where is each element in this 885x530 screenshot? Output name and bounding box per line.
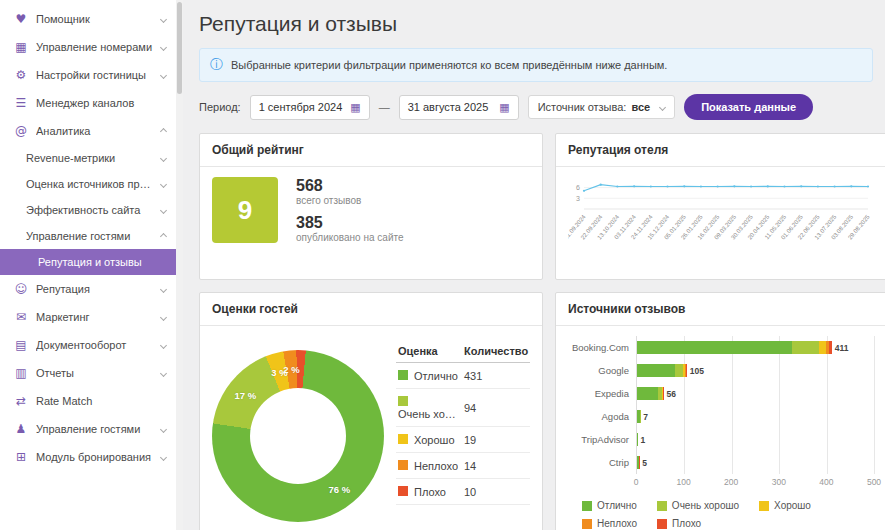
sidebar-item-label: Rate Match	[36, 395, 166, 407]
sidebar-item-label: Менеджер каналов	[36, 97, 166, 109]
sidebar-item-document-flow[interactable]: ▤Документооборот	[0, 331, 176, 359]
ratings-table: Оценка Количество Отлично431Очень хорошо…	[396, 340, 530, 530]
bar-segment	[819, 341, 826, 354]
rating-label: Неплохо	[414, 460, 458, 472]
bar-row: 7	[637, 405, 874, 428]
rating-label: Плохо	[414, 486, 446, 498]
rating-count: 431	[462, 363, 530, 389]
sidebar-item-label: Аналитика	[36, 125, 156, 137]
rating-swatch	[398, 434, 408, 444]
sidebar-item-channel-manager[interactable]: ☰Менеджер каналов	[0, 89, 176, 117]
chevron-down-icon	[160, 43, 167, 50]
sidebar-item-site-effectiveness[interactable]: Эффективность сайта	[0, 197, 176, 223]
date-from-value: 1 сентября 2024	[259, 101, 343, 113]
overall-stats: 568 всего отзывов 385 опубликовано на са…	[296, 177, 404, 243]
chat-icon: ☺	[12, 282, 30, 296]
ratings-donut-chart: 76 %17 %3 %2 %	[212, 350, 384, 522]
sidebar-item-reputation-reviews[interactable]: Репутация и отзывы	[0, 249, 176, 275]
bar-segment	[829, 341, 831, 354]
bar-category-label: Agoda	[568, 405, 636, 428]
review-source-select[interactable]: Источник отзыва: все	[528, 95, 676, 119]
sources-bar-chart: Booking.ComGoogleExpediaAgodaTripAdvisor…	[568, 336, 874, 490]
published-label: опубликовано на сайте	[296, 232, 404, 243]
rating-count: 10	[462, 479, 530, 505]
rating-row: Неплохо14	[396, 453, 530, 479]
donut-percent-label: 17 %	[235, 389, 257, 400]
legend-item: Отлично	[582, 500, 637, 511]
x-axis-ticks: 0100200300400500	[636, 477, 874, 490]
calendar-icon[interactable]: ▦	[350, 101, 360, 114]
rating-count: 19	[462, 427, 530, 453]
info-banner: ⓘ Выбранные критерии фильтрации применяю…	[199, 48, 873, 82]
legend-item: Неплохо	[582, 518, 637, 529]
legend-swatch	[759, 501, 769, 511]
bar-category-label: Google	[568, 359, 636, 382]
hotel-reputation-card: Репутация отеля 3601.09.202422.09.202413…	[555, 133, 885, 280]
overall-rating-body: 9 568 всего отзывов 385 опубликовано на …	[200, 167, 542, 253]
date-range-dash: —	[379, 101, 390, 113]
sidebar-item-label: Оценка источников продаж	[26, 178, 156, 190]
bar-total-label: 105	[690, 366, 704, 376]
document-icon: ▤	[12, 338, 30, 352]
ratings-table-header-rating: Оценка	[396, 340, 462, 363]
bar-segment	[637, 341, 792, 354]
guest-ratings-card: Оценки гостей 76 %17 %3 %2 % Оценка Коли…	[199, 292, 543, 530]
calendar-icon[interactable]: ▦	[499, 101, 509, 114]
svg-text:3: 3	[576, 195, 580, 202]
analytics-icon: @	[12, 124, 30, 138]
sidebar-item-rooms-management[interactable]: ▦Управление номерами	[0, 33, 176, 61]
sidebar-item-label: Revenue-метрики	[26, 152, 156, 164]
sidebar: ♥Помощник▦Управление номерами⚙Настройки …	[0, 0, 176, 530]
sidebar-item-label: Управление гостями	[36, 423, 156, 435]
guest-ratings-body: 76 %17 %3 %2 % Оценка Количество Отлично…	[200, 326, 542, 530]
booking-module-icon: ⊞	[12, 450, 30, 464]
legend-swatch	[657, 501, 667, 511]
sidebar-item-analytics[interactable]: @Аналитика	[0, 117, 176, 145]
sidebar-scrollbar[interactable]	[176, 0, 183, 530]
sidebar-item-marketing[interactable]: ✉Маркетинг	[0, 303, 176, 331]
chevron-down-icon	[160, 453, 167, 460]
chevron-down-icon	[160, 71, 167, 78]
show-data-button[interactable]: Показать данные	[684, 94, 813, 120]
total-reviews-label: всего отзывов	[296, 195, 404, 206]
gear-icon: ⚙	[12, 68, 30, 82]
sidebar-item-label: Управление гостями	[26, 230, 156, 242]
x-tick-label: 500	[867, 477, 881, 487]
chevron-down-icon	[160, 206, 167, 213]
x-tick-label: 200	[724, 477, 738, 487]
bar-total-label: 1	[640, 435, 645, 445]
sidebar-item-revenue-metrics[interactable]: Revenue-метрики	[0, 145, 176, 171]
sidebar-item-label: Управление номерами	[36, 41, 156, 53]
sidebar-item-rate-match[interactable]: ⇄Rate Match	[0, 387, 176, 415]
sidebar-item-sales-sources[interactable]: Оценка источников продаж	[0, 171, 176, 197]
bar-row: 1	[637, 428, 874, 451]
chevron-down-icon	[160, 313, 167, 320]
sidebar-item-hotel-settings[interactable]: ⚙Настройки гостиницы	[0, 61, 176, 89]
x-tick-label: 100	[677, 477, 691, 487]
bar-category-label: Expedia	[568, 382, 636, 405]
gridline	[874, 336, 875, 474]
legend-label: Очень хорошо	[672, 500, 739, 511]
chevron-down-icon	[160, 369, 167, 376]
legend-label: Хорошо	[774, 500, 811, 511]
date-to-input[interactable]: 31 августа 2025 ▦	[399, 95, 519, 120]
scrollbar-thumb[interactable]	[177, 2, 182, 94]
sidebar-item-guest-management[interactable]: Управление гостями	[0, 223, 176, 249]
page-title: Репутация и отзывы	[199, 12, 873, 36]
sidebar-item-assistant[interactable]: ♥Помощник	[0, 5, 176, 33]
hotel-reputation-chart: 3601.09.202422.09.202413.10.202403.11.20…	[556, 167, 885, 279]
legend-item: Хорошо	[759, 500, 811, 511]
date-from-input[interactable]: 1 сентября 2024 ▦	[250, 95, 370, 120]
sidebar-item-reputation[interactable]: ☺Репутация	[0, 275, 176, 303]
sidebar-item-label: Репутация	[36, 283, 156, 295]
rating-label: Отлично	[414, 370, 458, 382]
bar-total-label: 5	[642, 458, 647, 468]
sidebar-item-guest-management-main[interactable]: ♟Управление гостями	[0, 415, 176, 443]
chevron-down-icon	[160, 341, 167, 348]
mail-icon: ✉	[12, 310, 30, 324]
sidebar-item-reports[interactable]: ▥Отчеты	[0, 359, 176, 387]
legend-swatch	[657, 519, 667, 529]
sidebar-item-booking-module[interactable]: ⊞Модуль бронирования	[0, 443, 176, 471]
bar-total-label: 411	[835, 343, 849, 353]
legend-swatch	[582, 501, 592, 511]
